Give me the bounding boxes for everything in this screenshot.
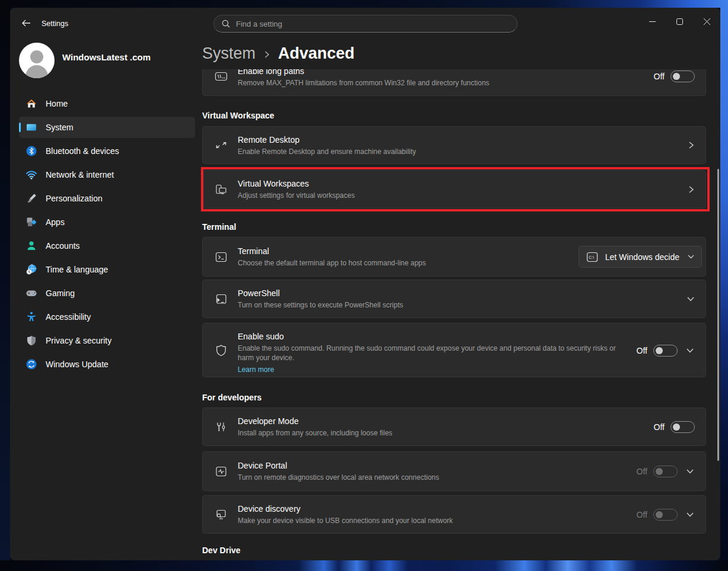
remote-desktop-icon — [214, 138, 228, 152]
toggle-state-label: Off — [637, 510, 647, 519]
dropdown-value: Let Windows decide — [605, 252, 679, 262]
card-title: Remote Desktop — [238, 134, 416, 146]
breadcrumb: System Advanced — [202, 44, 355, 63]
learn-more-link[interactable]: Learn more — [238, 365, 628, 374]
close-button[interactable] — [693, 8, 720, 35]
device-discovery-icon — [214, 508, 228, 522]
card-terminal[interactable]: Terminal Choose the default terminal app… — [202, 237, 706, 277]
card-device-portal[interactable]: Device Portal Turn on remote diagnostics… — [202, 451, 706, 491]
sidebar-item-privacy-security[interactable]: Privacy & security — [19, 330, 195, 351]
back-arrow-icon — [21, 18, 31, 28]
card-subtitle: Turn on remote diagnostics over local ar… — [238, 473, 439, 482]
card-powershell[interactable]: PowerShell Turn on these settings to exe… — [202, 280, 706, 318]
chevron-down-icon — [686, 511, 694, 518]
sidebar-item-personalization[interactable]: Personalization — [19, 188, 195, 209]
section-terminal: Terminal — [202, 222, 236, 232]
desktop-wallpaper-right — [720, 8, 728, 560]
windows-update-icon — [25, 358, 37, 370]
search-box[interactable] — [213, 15, 518, 33]
sidebar-item-network[interactable]: Network & internet — [19, 164, 195, 185]
profile-name: WindowsLatest .com — [62, 52, 151, 62]
bluetooth-icon — [25, 145, 37, 157]
sidebar-item-accessibility[interactable]: Accessibility — [19, 306, 195, 328]
section-dev-drive: Dev Drive — [202, 546, 241, 555]
toggle-state-label: Off — [637, 346, 647, 355]
search-input[interactable] — [236, 20, 497, 28]
long-paths-toggle[interactable] — [670, 70, 695, 82]
svg-text:C:\: C:\ — [589, 255, 594, 259]
long-paths-icon — [214, 69, 228, 84]
sidebar-item-accounts[interactable]: Accounts — [19, 235, 195, 256]
sidebar-item-system[interactable]: System — [19, 117, 195, 138]
card-subtitle: Make your device visible to USB connecti… — [238, 516, 453, 525]
device-portal-toggle[interactable] — [653, 466, 678, 477]
sudo-toggle[interactable] — [653, 345, 678, 357]
card-title: Developer Mode — [238, 416, 392, 427]
terminal-app-dropdown[interactable]: C:\ Let Windows decide — [579, 246, 702, 268]
chevron-down-icon — [686, 347, 694, 354]
privacy-security-icon — [25, 335, 37, 347]
chevron-down-icon — [686, 468, 694, 475]
device-portal-icon — [214, 464, 228, 479]
close-icon — [704, 18, 710, 25]
card-title: Enable long paths — [238, 69, 489, 77]
developer-mode-toggle[interactable] — [670, 421, 695, 433]
desktop-wallpaper-bottom — [0, 560, 728, 571]
sidebar-item-windows-update[interactable]: Windows Update — [19, 354, 195, 375]
gaming-icon — [25, 287, 37, 299]
card-enable-long-paths[interactable]: Enable long paths Remove MAX_PATH limita… — [202, 69, 706, 96]
powershell-icon — [214, 292, 228, 306]
card-remote-desktop[interactable]: Remote Desktop Enable Remote Desktop and… — [202, 126, 706, 164]
toggle-state-label: Off — [654, 422, 665, 432]
sudo-shield-icon — [214, 344, 228, 358]
card-subtitle: Remove MAX_PATH limitations from common … — [238, 78, 489, 88]
minimize-button[interactable] — [638, 8, 666, 35]
accounts-icon — [25, 240, 37, 252]
card-subtitle: Turn on these settings to execute PowerS… — [238, 300, 403, 310]
apps-icon — [25, 216, 37, 228]
minimize-icon — [649, 18, 656, 25]
breadcrumb-chevron-icon — [264, 50, 270, 59]
personalization-icon — [25, 193, 37, 204]
sidebar-nav: Home System Bluetooth & devices Network … — [19, 93, 195, 377]
breadcrumb-advanced: Advanced — [278, 44, 355, 63]
card-title: Device discovery — [238, 503, 453, 515]
card-device-discovery[interactable]: Device discovery Make your device visibl… — [202, 495, 706, 534]
chevron-right-icon — [688, 141, 695, 149]
card-description: Enable the sudo command. Running the sud… — [238, 344, 628, 363]
window-title: Settings — [41, 20, 68, 28]
toggle-state-label: Off — [654, 72, 665, 81]
avatar[interactable] — [19, 43, 55, 78]
card-title: PowerShell — [238, 288, 403, 299]
card-enable-sudo[interactable]: Enable sudo Enable the sudo command. Run… — [202, 323, 706, 377]
sidebar-item-home[interactable]: Home — [19, 93, 195, 114]
sidebar-item-apps[interactable]: Apps — [19, 211, 195, 233]
command-prompt-icon: C:\ — [586, 252, 598, 262]
card-subtitle: Choose the default terminal app to host … — [238, 258, 426, 268]
card-title: Terminal — [238, 246, 426, 257]
sidebar-item-bluetooth[interactable]: Bluetooth & devices — [19, 140, 195, 162]
section-virtual-workspace: Virtual Workspace — [202, 111, 274, 120]
highlight-box — [201, 167, 710, 211]
back-button[interactable] — [18, 15, 34, 31]
accessibility-icon — [25, 311, 37, 323]
maximize-icon — [676, 18, 683, 25]
card-developer-mode[interactable]: Developer Mode Install apps from any sou… — [202, 408, 706, 446]
card-subtitle: Enable Remote Desktop and ensure machine… — [238, 147, 416, 156]
sidebar-item-time-language[interactable]: Time & language — [19, 259, 195, 280]
toggle-state-label: Off — [637, 467, 647, 476]
card-title: Device Portal — [238, 460, 439, 471]
home-icon — [25, 98, 37, 110]
time-language-icon — [25, 264, 37, 275]
desktop-wallpaper-left — [0, 8, 10, 560]
search-icon — [222, 20, 230, 28]
scrollbar-thumb[interactable] — [717, 169, 719, 461]
breadcrumb-system[interactable]: System — [202, 44, 256, 63]
sidebar-item-gaming[interactable]: Gaming — [19, 283, 195, 304]
device-discovery-toggle[interactable] — [653, 509, 678, 521]
maximize-button[interactable] — [666, 8, 693, 35]
chevron-down-icon — [687, 296, 695, 303]
section-for-developers: For developers — [202, 393, 261, 402]
terminal-icon — [214, 250, 228, 264]
settings-window: Settings WindowsLatest .com Home System … — [10, 8, 720, 560]
